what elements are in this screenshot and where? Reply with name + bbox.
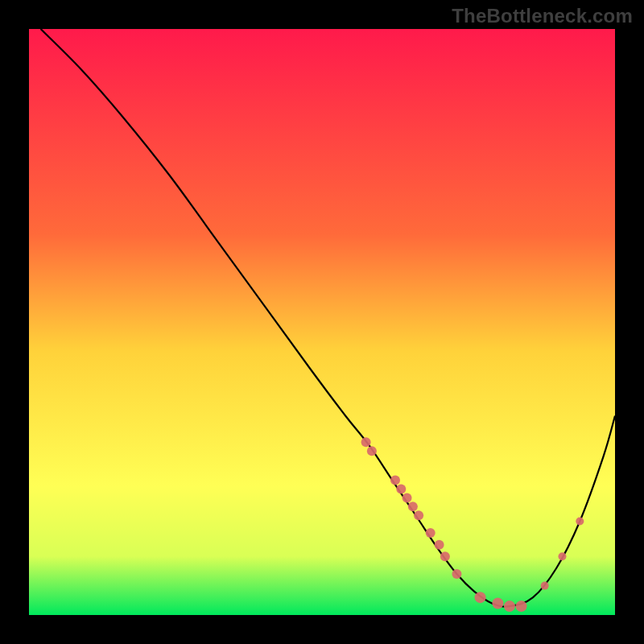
scatter-point (440, 551, 450, 561)
scatter-point (492, 597, 503, 609)
scatter-point (541, 582, 549, 590)
scatter-point (414, 510, 423, 520)
plot-area (29, 29, 615, 615)
scatter-point (390, 476, 400, 485)
scatter-point (452, 569, 461, 579)
scatter-point (504, 601, 515, 612)
scatter-point (396, 484, 406, 493)
scatter-point (367, 446, 377, 456)
scatter-point (426, 528, 436, 538)
scatter-point (435, 540, 444, 550)
watermark-text: TheBottleneck.com (452, 5, 633, 27)
scatter-point (576, 518, 584, 526)
scatter-point (408, 502, 418, 511)
scatter-point (361, 437, 371, 447)
gradient-background (29, 29, 615, 615)
chart-frame: TheBottleneck.com (0, 0, 644, 644)
scatter-point (516, 601, 527, 612)
scatter-point (558, 552, 566, 560)
scatter-point (402, 493, 412, 502)
scatter-point (475, 592, 486, 603)
chart-svg (29, 29, 615, 615)
